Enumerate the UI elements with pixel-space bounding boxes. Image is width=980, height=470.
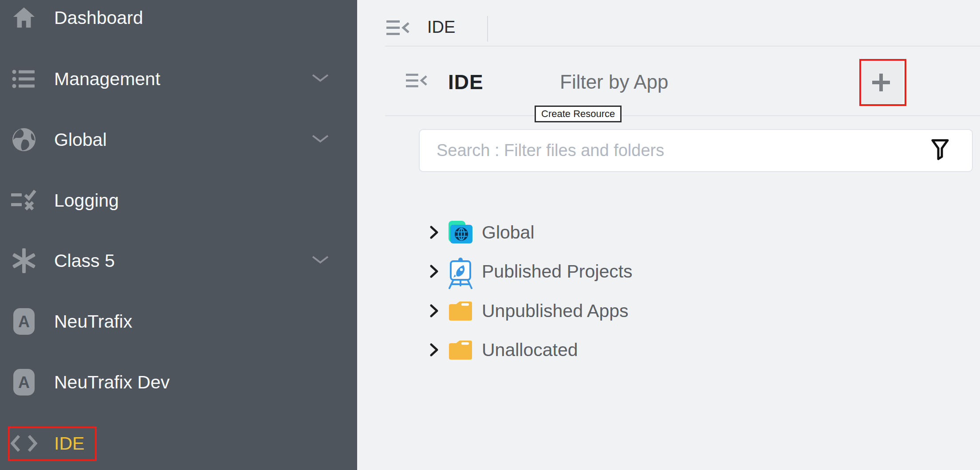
sidebar-item-class-5[interactable]: Class 5 [0, 241, 357, 281]
main-content: IDE IDE Filter by App Create Resource [357, 0, 980, 470]
sidebar-item-label: NeuTrafix [54, 311, 132, 332]
globe-folder-icon [447, 218, 474, 247]
tree-item-label: Unpublished Apps [482, 301, 629, 321]
page-title: IDE [427, 18, 455, 37]
sidebar-item-management[interactable]: Management [0, 59, 357, 99]
tree-item-unpublished-apps[interactable]: Unpublished Apps [429, 297, 629, 325]
sidebar-item-neutrafix[interactable]: A NeuTrafix [0, 302, 357, 341]
sidebar-item-ide[interactable]: IDE [0, 423, 357, 463]
tooltip-create-resource: Create Resource [535, 106, 622, 122]
asterisk-icon [11, 241, 37, 281]
sidebar-item-logging[interactable]: Logging [0, 180, 357, 220]
tree-item-label: Global [482, 222, 535, 243]
tree-item-label: Unallocated [482, 340, 578, 360]
sidebar: Dashboard Management Globa [0, 0, 357, 470]
panel-title: IDE [448, 70, 484, 94]
tree-item-unallocated[interactable]: Unallocated [429, 336, 578, 364]
sidebar-item-label: Global [54, 129, 107, 150]
sidebar-item-label: Logging [54, 190, 119, 211]
app-badge-icon: A [11, 302, 37, 341]
app-badge-icon: A [11, 362, 37, 402]
divider [385, 115, 980, 116]
globe-icon [11, 120, 37, 160]
chevron-right-icon[interactable] [429, 264, 439, 278]
divider [385, 46, 980, 47]
tree-item-published-projects[interactable]: Published Projects [429, 257, 633, 286]
plus-icon [870, 72, 892, 93]
folder-icon [447, 297, 474, 325]
search-box [419, 129, 973, 172]
chevron-right-icon[interactable] [429, 343, 439, 357]
chevron-down-icon [311, 74, 329, 84]
code-icon [11, 423, 37, 463]
tree-item-label: Published Projects [482, 261, 633, 282]
svg-text:A: A [18, 313, 30, 331]
sidebar-item-label: Management [54, 69, 160, 90]
sidebar-item-label: NeuTrafix Dev [54, 372, 170, 393]
chevron-down-icon [311, 134, 329, 145]
easel-rocket-icon [447, 257, 474, 286]
sidebar-item-label: Class 5 [54, 251, 115, 271]
svg-text:A: A [18, 373, 30, 392]
chevron-right-icon[interactable] [429, 304, 439, 318]
sidebar-item-dashboard[interactable]: Dashboard [0, 0, 357, 38]
collapse-menu-icon[interactable] [386, 20, 409, 38]
list-icon [11, 59, 37, 99]
log-check-icon [11, 180, 37, 220]
chevron-down-icon [311, 255, 329, 266]
create-resource-button[interactable] [859, 61, 903, 104]
folder-icon [447, 336, 474, 364]
sidebar-item-neutrafix-dev[interactable]: A NeuTrafix Dev [0, 362, 357, 402]
sidebar-item-global[interactable]: Global [0, 120, 357, 160]
topbar-divider [487, 16, 488, 42]
sidebar-item-label: Dashboard [54, 8, 143, 28]
tree-item-global[interactable]: Global [429, 218, 535, 247]
collapse-tree-icon[interactable] [406, 73, 427, 90]
filter-funnel-icon[interactable] [931, 139, 949, 162]
filter-by-app-dropdown[interactable]: Filter by App [560, 71, 669, 93]
home-icon [11, 0, 37, 38]
search-input[interactable] [420, 130, 972, 171]
chevron-right-icon[interactable] [429, 225, 439, 239]
sidebar-item-label: IDE [54, 433, 84, 454]
